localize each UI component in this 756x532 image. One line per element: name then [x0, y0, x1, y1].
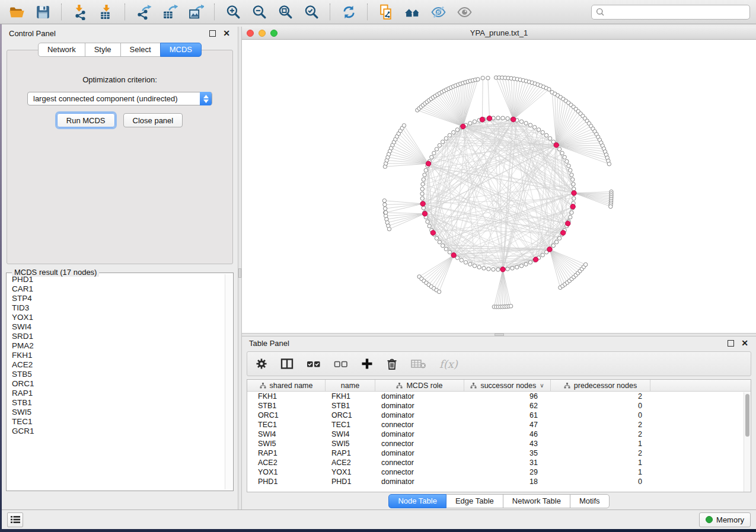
cell[interactable]: dominator [375, 449, 464, 457]
cell[interactable]: SWI4 [326, 430, 375, 438]
cell[interactable]: PHD1 [247, 477, 326, 486]
tab-motifs[interactable]: Motifs [570, 494, 610, 508]
cell[interactable]: connector [375, 468, 464, 476]
deselect-all-button[interactable] [334, 358, 348, 370]
tab-node-table[interactable]: Node Table [388, 494, 446, 508]
cell[interactable]: dominator [375, 402, 464, 410]
tab-edge-table[interactable]: Edge Table [446, 494, 503, 508]
cell[interactable]: 0 [551, 411, 650, 419]
cell[interactable]: ORC1 [247, 411, 326, 419]
cell[interactable]: 47 [464, 421, 551, 429]
window-close-icon[interactable] [247, 30, 254, 37]
hide-selected-button[interactable] [428, 2, 449, 22]
delete-table-button[interactable] [411, 358, 426, 369]
column-header-MCDS-role[interactable]: MCDS role [375, 380, 464, 391]
cell[interactable]: 0 [551, 402, 650, 410]
scrollbar-thumb[interactable] [745, 394, 749, 437]
table-row[interactable]: SWI5SWI5connector431 [247, 439, 751, 448]
cell[interactable]: 2 [551, 449, 650, 457]
cell[interactable]: dominator [375, 392, 464, 400]
mcds-result-item[interactable]: GCR1 [8, 427, 224, 436]
show-column-button[interactable] [280, 358, 294, 370]
cell[interactable]: 62 [464, 402, 551, 410]
mcds-result-item[interactable]: ACE2 [8, 360, 224, 370]
table-scrollbar[interactable] [744, 392, 751, 492]
cell[interactable]: dominator [375, 430, 464, 438]
mcds-result-item[interactable]: TEC1 [8, 417, 224, 427]
network-canvas[interactable] [242, 40, 756, 333]
close-mcds-panel-button[interactable]: Close panel [123, 113, 183, 127]
tab-mcds[interactable]: MCDS [160, 43, 202, 57]
cell[interactable]: 1 [551, 440, 650, 448]
import-table-button[interactable] [95, 2, 117, 22]
table-row[interactable]: SWI4SWI4dominator462 [247, 430, 751, 439]
cell[interactable]: 0 [551, 477, 650, 486]
cell[interactable]: 1 [551, 459, 650, 467]
mcds-result-item[interactable]: SWI5 [8, 408, 224, 417]
refresh-view-button[interactable] [338, 2, 359, 22]
mcds-result-item[interactable]: STB5 [8, 370, 224, 379]
horizontal-splitter[interactable] [242, 333, 756, 336]
export-image-button[interactable] [185, 2, 206, 22]
apply-function-button[interactable]: f(x) [439, 358, 458, 370]
cell[interactable]: STB1 [326, 402, 375, 410]
tab-select[interactable]: Select [120, 43, 161, 57]
table-row[interactable]: RAP1RAP1dominator352 [247, 448, 751, 458]
cell[interactable]: RAP1 [326, 449, 375, 457]
run-mcds-button[interactable]: Run MCDS [57, 113, 115, 127]
cell[interactable]: 31 [464, 459, 551, 467]
mcds-result-list[interactable]: PHD1CAR1STP4TID3YOX1SWI4SRD1PMA2FKH1ACE2… [8, 275, 224, 489]
import-network-button[interactable] [69, 2, 91, 22]
cell[interactable]: RAP1 [247, 449, 326, 457]
table-row[interactable]: TEC1TEC1connector472 [247, 420, 751, 430]
cell[interactable]: connector [375, 459, 464, 467]
cell[interactable]: SWI5 [247, 440, 326, 448]
cell[interactable]: dominator [375, 477, 464, 486]
network-graph[interactable] [242, 40, 755, 332]
float-table-panel-button[interactable] [726, 339, 735, 347]
mcds-list-scrollbar[interactable] [225, 274, 232, 489]
show-all-button[interactable] [454, 2, 475, 22]
table-body[interactable]: FKH1FKH1dominator962STB1STB1dominator620… [247, 392, 751, 486]
save-session-button[interactable] [32, 2, 53, 22]
search-box[interactable] [591, 5, 750, 20]
cell[interactable]: 43 [464, 440, 551, 448]
mcds-result-item[interactable]: PHD1 [8, 275, 224, 284]
export-table-button[interactable] [159, 2, 180, 22]
mcds-result-item[interactable]: FKH1 [8, 351, 224, 360]
cell[interactable]: connector [375, 440, 464, 448]
add-column-button[interactable] [361, 358, 373, 370]
float-panel-button[interactable] [208, 29, 216, 37]
table-row[interactable]: ORC1ORC1dominator610 [247, 411, 751, 420]
cell[interactable]: TEC1 [247, 421, 326, 429]
cell[interactable]: dominator [375, 411, 464, 419]
zoom-out-button[interactable] [248, 2, 270, 22]
splitter-grip[interactable] [495, 334, 504, 336]
mcds-result-item[interactable]: PMA2 [8, 341, 224, 351]
table-row[interactable]: FKH1FKH1dominator962 [247, 392, 751, 401]
cell[interactable]: 61 [464, 411, 551, 419]
tab-style[interactable]: Style [85, 43, 121, 57]
table-row[interactable]: ACE2ACE2connector311 [247, 458, 751, 467]
cell[interactable]: FKH1 [247, 392, 326, 400]
first-neighbors-button[interactable] [401, 2, 423, 22]
cell[interactable]: TEC1 [326, 421, 375, 429]
mcds-result-item[interactable]: STP4 [8, 294, 224, 303]
mcds-result-item[interactable]: YOX1 [8, 313, 224, 322]
vertical-splitter[interactable] [238, 27, 242, 509]
window-maximize-icon[interactable] [270, 30, 277, 37]
cell[interactable]: ACE2 [247, 459, 326, 467]
cell[interactable]: STB1 [247, 402, 326, 410]
column-header-shared-name[interactable]: shared name [247, 380, 326, 391]
table-row[interactable]: YOX1YOX1connector291 [247, 467, 751, 477]
table-row[interactable]: STB1STB1dominator620 [247, 401, 751, 411]
mcds-result-item[interactable]: SWI4 [8, 322, 224, 332]
splitter-grip[interactable] [238, 268, 241, 278]
cell[interactable]: 46 [464, 430, 551, 438]
column-header-predecessor-nodes[interactable]: predecessor nodes [551, 380, 650, 391]
tab-network[interactable]: Network [38, 43, 85, 57]
close-panel-button[interactable]: ✕ [222, 29, 231, 37]
cell[interactable]: 35 [464, 449, 551, 457]
mcds-result-item[interactable]: CAR1 [8, 284, 224, 294]
zoom-selected-button[interactable] [301, 2, 322, 22]
